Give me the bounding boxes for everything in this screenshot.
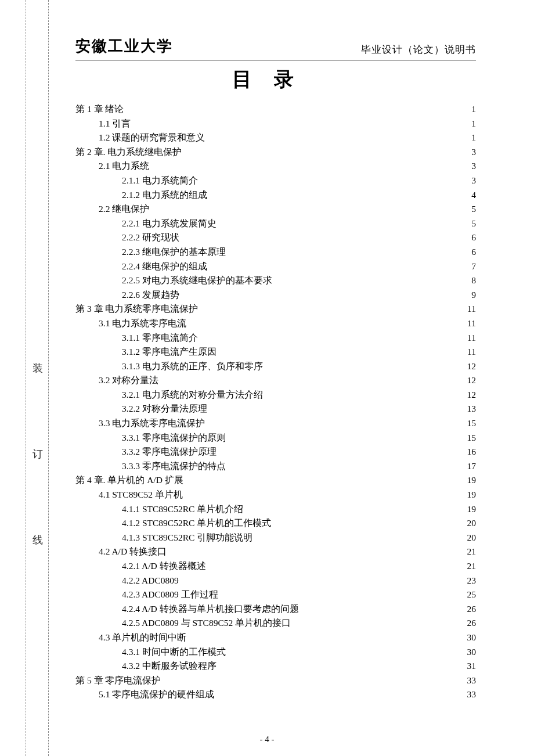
- toc-entry: 5.1 零序电流保护的硬件组成33: [75, 687, 476, 702]
- toc-entry-text: 第 5 章 零序电流保护: [75, 674, 161, 688]
- toc-entry: 3.3.3 零序电流保护的特点17: [75, 459, 476, 474]
- toc-entry-page: 1: [464, 131, 476, 145]
- toc-entry: 2.1.2 电力系统的组成4: [75, 188, 476, 203]
- toc-entry-text: 2.1.1 电力系统简介: [122, 174, 198, 188]
- page-number: - 4 -: [0, 735, 534, 744]
- toc-entry: 3.3 电力系统零序电流保护15: [75, 416, 476, 431]
- toc-entry-text: 4.2.4 A/D 转换器与单片机接口要考虑的问题: [122, 602, 299, 617]
- toc-entry-page: 5: [464, 202, 476, 217]
- toc-entry-text: 2.2.5 对电力系统继电保护的基本要求: [122, 273, 272, 288]
- toc-entry-page: 8: [464, 273, 476, 288]
- toc-entry-page: 33: [464, 687, 476, 702]
- toc-entry-text: 3.2.2 对称分量法原理: [122, 402, 207, 416]
- toc-entry: 4.1.1 STC89C52RC 单片机介绍19: [75, 502, 476, 517]
- binding-margin: [26, 0, 49, 756]
- toc-entry: 3.1 电力系统零序电流11: [75, 316, 476, 331]
- toc-entry-page: 1: [464, 102, 476, 117]
- toc-entry-text: 5.1 零序电流保护的硬件组成: [99, 687, 214, 702]
- toc-entry-text: 3.3.1 零序电流保护的原则: [122, 431, 226, 445]
- toc-entry-text: 4.3 单片机的时间中断: [99, 631, 186, 645]
- toc-entry-page: 31: [464, 659, 476, 674]
- toc-entry-page: 26: [464, 602, 476, 617]
- toc-entry: 3.2.1 电力系统的对称分量方法介绍12: [75, 388, 476, 402]
- binding-label-2: 订: [33, 447, 43, 461]
- toc-entry-page: 33: [464, 674, 476, 688]
- toc-entry-text: 4.1.2 STC89C52RC 单片机的工作模式: [122, 516, 271, 531]
- toc-entry: 4.1 STC89C52 单片机19: [75, 488, 476, 502]
- toc-entry: 3.2 对称分量法12: [75, 373, 476, 388]
- toc-entry-page: 30: [464, 631, 476, 645]
- toc-entry-text: 4.2.1 A/D 转换器概述: [122, 559, 206, 574]
- toc-entry-page: 12: [464, 373, 476, 388]
- toc-entry: 2.2.2 研究现状6: [75, 231, 476, 245]
- toc-entry: 4.2.4 A/D 转换器与单片机接口要考虑的问题26: [75, 602, 476, 617]
- toc-entry-text: 3.1.1 零序电流简介: [122, 331, 198, 345]
- toc-entry-text: 1.2 课题的研究背景和意义: [99, 131, 205, 145]
- toc-entry: 4.2.5 ADC0809 与 STC89C52 单片机的接口26: [75, 616, 476, 631]
- toc-entry-page: 16: [464, 445, 476, 459]
- toc-entry-text: 2.2.6 发展趋势: [122, 288, 179, 303]
- toc-entry-text: 4.3.1 时间中断的工作模式: [122, 645, 226, 660]
- toc-entry-page: 19: [464, 502, 476, 517]
- toc-entry: 4.2 A/D 转换接口21: [75, 545, 476, 559]
- toc-entry: 第 1 章 绪论1: [75, 102, 476, 117]
- toc-entry: 4.3 单片机的时间中断30: [75, 631, 476, 645]
- toc-entry-text: 第 2 章. 电力系统继电保护: [75, 145, 182, 160]
- toc-entry-page: 11: [464, 345, 476, 359]
- toc-entry-page: 26: [464, 616, 476, 631]
- toc-entry-page: 20: [464, 531, 476, 545]
- toc-entry-page: 3: [464, 145, 476, 160]
- binding-label-1: 装: [33, 361, 43, 375]
- table-of-contents: 第 1 章 绪论11.1 引言11.2 课题的研究背景和意义1第 2 章. 电力…: [75, 102, 476, 702]
- page-title: 目 录: [0, 66, 534, 93]
- page-header: 安徽工业大学 毕业设计（论文）说明书: [75, 36, 476, 60]
- toc-entry-text: 3.2 对称分量法: [99, 373, 158, 388]
- toc-entry-page: 12: [464, 359, 476, 374]
- toc-entry-text: 3.3 电力系统零序电流保护: [99, 416, 205, 431]
- toc-entry-page: 15: [464, 431, 476, 445]
- toc-entry-page: 9: [464, 288, 476, 303]
- toc-entry-page: 23: [464, 574, 476, 588]
- binding-label-3: 线: [33, 533, 43, 547]
- toc-entry: 3.2.2 对称分量法原理13: [75, 402, 476, 416]
- toc-entry: 4.2.2 ADC080923: [75, 574, 476, 588]
- toc-entry-text: 2.2.4 继电保护的组成: [122, 260, 207, 274]
- toc-entry-text: 第 4 章. 单片机的 A/D 扩展: [75, 473, 183, 488]
- toc-entry: 4.2.3 ADC0809 工作过程25: [75, 588, 476, 602]
- toc-entry-text: 3.3.2 零序电流保护原理: [122, 445, 217, 459]
- toc-entry: 2.2.5 对电力系统继电保护的基本要求8: [75, 273, 476, 288]
- toc-entry: 第 5 章 零序电流保护33: [75, 674, 476, 688]
- toc-entry-page: 6: [464, 231, 476, 245]
- toc-entry-text: 3.1.2 零序电流产生原因: [122, 345, 217, 359]
- toc-entry-page: 12: [464, 388, 476, 402]
- toc-entry: 2.2.1 电力系统发展简史5: [75, 217, 476, 231]
- toc-entry-text: 3.1.3 电力系统的正序、负序和零序: [122, 359, 263, 374]
- toc-entry-page: 7: [464, 260, 476, 274]
- toc-entry-text: 2.1.2 电力系统的组成: [122, 188, 207, 203]
- toc-entry: 3.3.1 零序电流保护的原则15: [75, 431, 476, 445]
- toc-entry-text: 2.1 电力系统: [99, 159, 149, 174]
- toc-entry: 4.1.2 STC89C52RC 单片机的工作模式20: [75, 516, 476, 531]
- toc-entry: 3.1.3 电力系统的正序、负序和零序12: [75, 359, 476, 374]
- toc-entry-text: 4.1.3 STC89C52RC 引脚功能说明: [122, 531, 252, 545]
- toc-entry-page: 30: [464, 645, 476, 660]
- toc-entry: 2.1 电力系统3: [75, 159, 476, 174]
- toc-entry-page: 25: [464, 588, 476, 602]
- toc-entry: 2.2.3 继电保护的基本原理6: [75, 245, 476, 260]
- toc-entry-text: 3.1 电力系统零序电流: [99, 316, 186, 331]
- toc-entry-text: 3.3.3 零序电流保护的特点: [122, 459, 226, 474]
- toc-entry: 2.2.6 发展趋势9: [75, 288, 476, 303]
- toc-entry: 1.1 引言1: [75, 117, 476, 131]
- toc-entry-text: 2.2.1 电力系统发展简史: [122, 217, 217, 231]
- toc-entry: 2.1.1 电力系统简介3: [75, 174, 476, 188]
- toc-entry-text: 4.2 A/D 转换接口: [99, 545, 167, 559]
- toc-entry-page: 11: [464, 331, 476, 345]
- toc-entry-text: 2.2 继电保护: [99, 202, 149, 217]
- toc-entry: 4.3.2 中断服务试验程序31: [75, 659, 476, 674]
- document-type: 毕业设计（论文）说明书: [361, 43, 476, 56]
- toc-entry: 4.1.3 STC89C52RC 引脚功能说明20: [75, 531, 476, 545]
- toc-entry-text: 3.2.1 电力系统的对称分量方法介绍: [122, 388, 263, 402]
- toc-entry-text: 2.2.3 继电保护的基本原理: [122, 245, 226, 260]
- toc-entry-page: 21: [464, 559, 476, 574]
- toc-entry-page: 11: [464, 302, 476, 316]
